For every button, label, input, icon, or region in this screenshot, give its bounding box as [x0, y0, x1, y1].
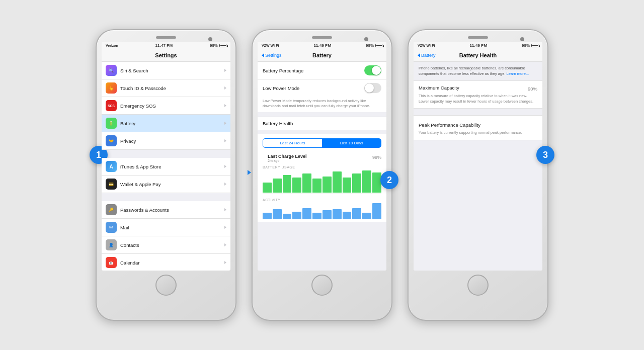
touchid-chevron — [224, 86, 226, 90]
calendar-icon: 📅 — [106, 257, 117, 268]
tab-24h[interactable]: Last 24 Hours — [263, 139, 322, 147]
phone-speaker-3 — [468, 36, 488, 39]
battery-icon-2 — [375, 44, 382, 47]
settings-row-touchid[interactable]: 👆 Touch ID & Passcode — [102, 79, 230, 97]
touchid-label: Touch ID & Passcode — [120, 85, 224, 91]
battery-row-label: Battery — [120, 121, 224, 126]
battery-pct-1: 99% — [210, 43, 218, 48]
green-bar — [323, 177, 332, 193]
low-power-toggle[interactable] — [364, 83, 381, 93]
nav-bar-3: Battery Battery Health — [414, 49, 542, 62]
settings-row-calendar[interactable]: 📅 Calendar — [102, 254, 230, 271]
carrier-2: VZW Wi-Fi — [262, 44, 279, 47]
battery-icon-1 — [219, 44, 226, 47]
green-bar — [302, 173, 311, 193]
peak-performance-desc: Your battery is currently supporting nor… — [419, 130, 537, 136]
step-badge-3: 3 — [536, 146, 554, 164]
passwords-label: Passwords & Accounts — [120, 207, 224, 213]
blue-bar — [323, 210, 332, 219]
settings-row-battery[interactable]: 🔋 Battery — [102, 115, 230, 132]
low-power-label: Low Power Mode — [263, 85, 299, 91]
sos-chevron — [224, 104, 226, 107]
wallet-icon: 💳 — [106, 179, 117, 190]
phone-speaker-2 — [312, 36, 332, 39]
siri-chevron — [224, 69, 226, 72]
battery-row-icon: 🔋 — [106, 118, 117, 129]
learn-more-link[interactable]: Learn more... — [507, 71, 529, 76]
mail-chevron — [224, 226, 226, 229]
back-chevron-2 — [262, 53, 264, 57]
time-2: 11:49 PM — [313, 43, 331, 48]
blue-bar — [343, 212, 352, 219]
battery-percentage-toggle[interactable] — [364, 65, 381, 75]
battery-section-toggles: Battery Percentage Low Power Mode Low Po… — [258, 62, 386, 112]
carrier-3: VZW Wi-Fi — [418, 44, 435, 47]
touchid-icon: 👆 — [106, 82, 117, 94]
green-bar-chart — [263, 170, 381, 194]
settings-row-mail[interactable]: ✉ Mail — [102, 219, 230, 236]
nav-bar-1: Settings — [102, 49, 230, 62]
nav-title-3: Battery Health — [459, 52, 497, 58]
home-btn-3[interactable] — [467, 275, 489, 296]
sos-label: Emergency SOS — [120, 103, 224, 109]
status-bar-1: Verizon 11:47 PM 99% — [102, 42, 230, 49]
blue-bar — [273, 209, 282, 219]
phone-camera-1 — [208, 37, 212, 41]
charge-level: Last Charge Level 2m ago — [263, 152, 312, 163]
phone-screen-3: VZW Wi-Fi 11:49 PM 99% Battery Battery H… — [414, 42, 542, 271]
battery-percentage-row[interactable]: Battery Percentage — [258, 62, 386, 79]
privacy-label: Privacy — [120, 138, 224, 144]
max-capacity-title: Maximum Capacity — [419, 85, 459, 91]
health-div — [414, 109, 542, 115]
wallet-chevron — [224, 183, 226, 186]
settings-row-sos[interactable]: SOS Emergency SOS — [102, 97, 230, 115]
phone-screen-2: VZW Wi-Fi 11:49 PM 99% Settings Battery — [258, 42, 386, 271]
toggle-thumb-1 — [372, 66, 381, 75]
low-power-desc: Low Power Mode temporarily reduces backg… — [258, 97, 386, 112]
chart-container: Last 24 Hours Last 10 Days Last Charge L… — [258, 134, 386, 222]
settings-row-passwords[interactable]: 🔑 Passwords & Accounts — [102, 201, 230, 219]
siri-label: Siri & Search — [120, 68, 224, 73]
home-btn-2[interactable] — [311, 275, 333, 296]
tab-10d[interactable]: Last 10 Days — [322, 139, 381, 147]
max-capacity-value: 90% — [528, 86, 537, 92]
wallet-label: Wallet & Apple Pay — [120, 182, 224, 187]
carrier-1: Verizon — [106, 44, 118, 47]
mail-label: Mail — [120, 225, 224, 230]
sep-2 — [102, 193, 230, 201]
settings-row-siri[interactable]: 🔍 Siri & Search — [102, 62, 230, 79]
back-label-3: Battery — [421, 53, 436, 58]
green-bar — [292, 178, 301, 193]
siri-icon: 🔍 — [106, 65, 117, 76]
settings-row-wallet[interactable]: 💳 Wallet & Apple Pay — [102, 176, 230, 193]
green-bar — [273, 179, 282, 193]
battery-health-row[interactable]: Battery Health — [258, 117, 386, 130]
max-capacity-section: Maximum Capacity 90% This is a measure o… — [414, 80, 542, 109]
phone-speaker-1 — [156, 36, 176, 39]
green-bar — [333, 171, 342, 193]
charge-title: Last Charge Level — [268, 154, 307, 159]
settings-row-itunes[interactable]: A iTunes & App Store — [102, 158, 230, 176]
settings-section-1b: A iTunes & App Store 💳 Wallet & Apple Pa… — [102, 158, 230, 193]
privacy-chevron — [224, 139, 226, 142]
battery-percentage-label: Battery Percentage — [263, 68, 303, 73]
settings-row-privacy[interactable]: 🤝 Privacy — [102, 132, 230, 150]
blue-bar — [372, 203, 381, 219]
nav-back-3[interactable]: Battery — [418, 53, 436, 58]
blue-bar — [352, 208, 361, 219]
settings-row-contacts[interactable]: 👤 Contacts — [102, 236, 230, 254]
itunes-icon: A — [106, 161, 117, 172]
health-intro: Phone batteries, like all rechargeable b… — [414, 62, 542, 80]
green-bar — [283, 175, 292, 193]
status-right-3: 99% — [522, 43, 538, 48]
nav-back-2[interactable]: Settings — [262, 53, 282, 58]
itunes-label: iTunes & App Store — [120, 164, 224, 169]
low-power-row[interactable]: Low Power Mode — [258, 79, 386, 97]
status-right-2: 99% — [366, 43, 382, 48]
phone-1: 1 Verizon 11:47 PM 99% Settings — [96, 29, 236, 321]
sos-icon: SOS — [106, 100, 117, 111]
phone-3: 3 VZW Wi-Fi 11:49 PM 99% Battery — [408, 29, 548, 321]
max-capacity-desc: This is a measure of battery capacity re… — [419, 94, 537, 104]
activity-chart-section: ACTIVITY — [258, 197, 386, 220]
home-btn-1[interactable] — [155, 275, 177, 296]
